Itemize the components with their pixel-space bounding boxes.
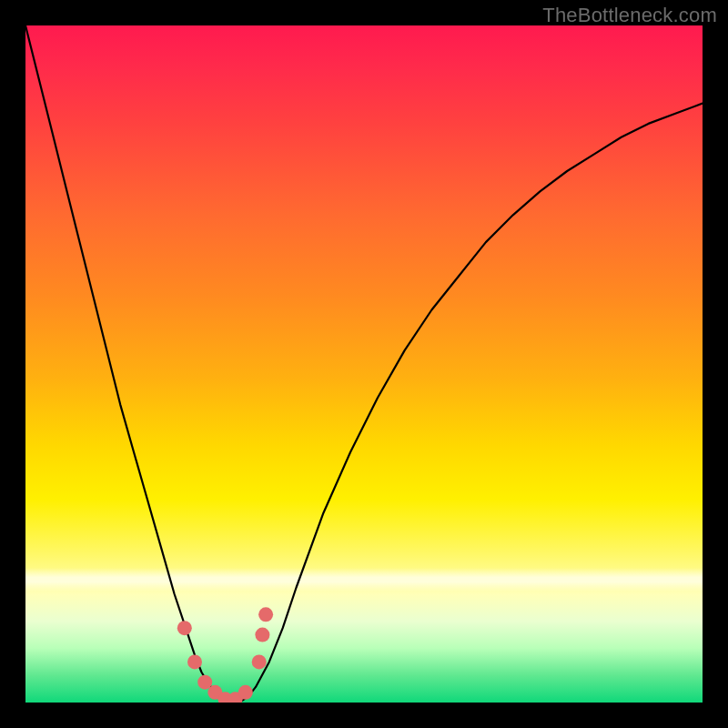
curve-marker [258, 607, 273, 622]
curve-marker [252, 654, 267, 669]
curve-marker [187, 654, 202, 669]
curve-marker [255, 628, 269, 642]
curve-layer [25, 25, 703, 703]
curve-marker [177, 621, 192, 635]
bottleneck-curve [25, 25, 703, 702]
curve-marker [238, 685, 253, 700]
chart-frame: TheBottleneck.com [0, 0, 728, 728]
plot-area [25, 25, 703, 703]
watermark-text: TheBottleneck.com [542, 4, 717, 27]
